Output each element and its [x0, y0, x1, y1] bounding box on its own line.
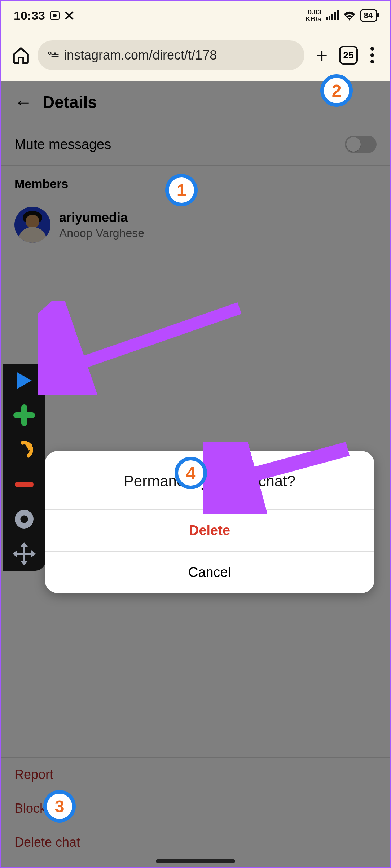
tab-switcher-button[interactable]: 25: [339, 46, 358, 65]
home-button[interactable]: [12, 46, 30, 65]
play-icon[interactable]: [13, 371, 35, 390]
url-text: instagram.com/direct/t/178: [64, 48, 217, 63]
dialog-cancel-button[interactable]: Cancel: [45, 551, 374, 593]
svg-line-1: [229, 449, 348, 481]
minus-icon[interactable]: [13, 475, 35, 494]
address-bar[interactable]: °≐ instagram.com/direct/t/178: [38, 40, 304, 70]
instagram-icon: [50, 11, 60, 20]
annotation-badge-4: 4: [175, 457, 207, 489]
signal-icon: [326, 11, 339, 20]
svg-line-0: [63, 308, 240, 369]
gear-icon[interactable]: [13, 509, 35, 529]
annotation-toolbar: [3, 364, 45, 571]
redo-arrow-icon[interactable]: [13, 440, 35, 460]
annotation-arrow-1: [38, 301, 254, 395]
add-icon[interactable]: [13, 405, 35, 425]
move-icon[interactable]: [13, 544, 35, 564]
site-settings-icon[interactable]: °≐: [48, 49, 58, 62]
wifi-icon: [343, 10, 356, 21]
annotation-arrow-2: [203, 442, 362, 514]
annotation-badge-1: 1: [165, 174, 198, 206]
crossed-icon: [65, 11, 74, 20]
annotation-badge-3: 3: [43, 790, 76, 823]
status-time: 10:33: [14, 9, 45, 23]
annotation-badge-2: 2: [320, 74, 353, 107]
new-tab-button[interactable]: +: [312, 44, 332, 67]
data-rate: 0.03 KB/s: [306, 9, 321, 22]
home-indicator: [156, 859, 235, 863]
browser-bar: °≐ instagram.com/direct/t/178 + 25: [1, 30, 390, 81]
menu-button[interactable]: [365, 47, 379, 63]
battery-indicator: 84: [360, 9, 377, 22]
dialog-delete-button[interactable]: Delete: [45, 509, 374, 551]
status-bar: 10:33 0.03 KB/s 84: [1, 1, 390, 30]
